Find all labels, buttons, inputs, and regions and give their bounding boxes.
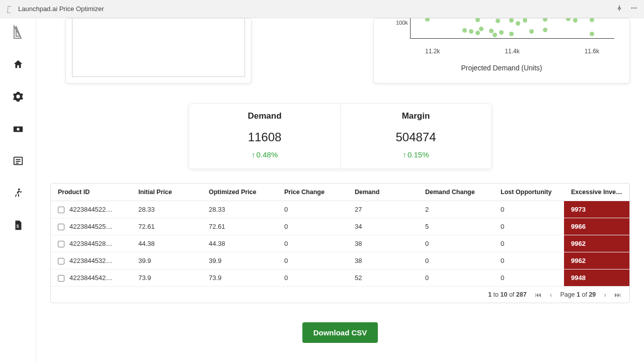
cell-exinv: 9973 [564,201,629,218]
cell-dchg: 0 [418,252,494,269]
x-tick: 11.2k [425,48,440,55]
cell-lost: 0 [494,269,564,287]
scatter-point [499,30,504,35]
sidebar-item-list[interactable] [8,151,28,171]
cell-dem: 38 [348,252,418,269]
scatter-point [573,18,578,23]
cell-dchg: 0 [418,235,494,252]
cell-pchg: 0 [277,218,348,235]
pager-last-icon[interactable]: ⏭ [614,291,621,299]
cell-exinv: 9966 [564,218,629,235]
cell-lost: 0 [494,201,564,218]
metric-demand: Demand 11608 ↑ 0.48% [189,104,340,168]
cell-pid: 4223844525… [69,223,112,230]
sidebar-item-settings[interactable] [8,86,28,107]
pager-first-icon[interactable]: ⏮ [535,291,542,299]
sidebar-item-run[interactable] [8,183,28,203]
sidebar-item-home[interactable] [8,54,28,74]
col-header[interactable]: Lost Opportunity [494,184,564,201]
scatter-point [475,18,480,22]
table-header: Product ID Initial Price Optimized Price… [51,184,629,201]
metric-title: Demand [201,111,328,121]
more-icon[interactable] [630,5,638,13]
scatter-point [462,28,467,33]
scatter-point [489,29,494,33]
cell-opt: 28.33 [202,201,277,218]
row-checkbox[interactable] [58,258,64,264]
scatter-point [566,18,571,21]
col-header[interactable]: Demand [348,184,418,201]
pager-prev-icon[interactable]: ‹ [550,291,552,299]
cell-lost: 0 [494,218,564,235]
cell-dem: 52 [348,269,418,287]
col-header[interactable]: Excessive Inven… [564,184,629,201]
col-header[interactable]: Initial Price [131,184,202,201]
svg-point-2 [635,8,636,9]
scatter-point [425,18,430,22]
row-checkbox[interactable] [58,275,64,282]
row-checkbox[interactable] [58,224,64,230]
col-header[interactable]: Optimized Price [202,184,277,201]
scatter-point [475,31,480,35]
titlebar: Launchpad.ai Price Optimizer [0,0,644,18]
cell-init: 72.61 [131,218,202,235]
sidebar-item-invoice[interactable]: $ [8,215,28,235]
cell-exinv: 9962 [564,235,629,252]
cell-opt: 72.61 [202,218,277,235]
scatter-point [529,29,534,34]
scatter-point [479,27,484,31]
pin-icon[interactable] [616,5,623,13]
cell-lost: 0 [494,252,564,269]
col-header[interactable]: Price Change [277,184,348,201]
brand-logo-icon [9,24,27,42]
col-header[interactable]: Demand Change [418,184,494,201]
scatter-point [493,33,497,37]
y-axis-label: Proj… [381,18,387,19]
download-csv-button[interactable]: Download CSV [302,322,378,343]
svg-point-4 [17,128,20,130]
cell-opt: 39.9 [202,252,277,269]
cell-dem: 34 [348,218,418,235]
main-content: Proj… 100k 11.2k 11.4k 11.6k Projected D… [36,18,644,362]
svg-point-1 [633,8,634,9]
cell-init: 39.9 [131,252,202,269]
cell-pchg: 0 [277,252,348,269]
x-tick: 11.6k [585,48,599,55]
table-row[interactable]: 4223844542…73.973.9052009948 [51,269,629,287]
data-table: Product ID Initial Price Optimized Price… [50,183,630,303]
x-axis-label: Projected Demand (Units) [384,64,619,72]
scatter-point [590,32,594,36]
scatter-plot-area [410,18,614,39]
scatter-point [496,19,500,23]
sidebar: $ [0,18,36,362]
table-row[interactable]: 4223844528…44.3844.38038009962 [51,235,629,252]
cell-dchg: 0 [418,269,494,287]
col-header[interactable]: Product ID [51,184,131,201]
metric-delta: ↑ 0.48% [252,150,278,159]
sidebar-item-billing[interactable] [8,119,28,139]
cell-pid: 4223844522… [69,206,112,213]
table-row[interactable]: 4223844525…72.6172.61034509966 [51,218,629,235]
cell-dchg: 2 [418,201,494,218]
cell-dchg: 5 [418,218,494,235]
arrow-up-icon: ↑ [252,150,256,159]
y-axis-tick: 100k [396,20,408,26]
cell-init: 44.38 [131,235,202,252]
cell-pchg: 0 [277,235,348,252]
svg-text:$: $ [16,224,19,229]
scatter-point [590,18,594,22]
cell-dem: 38 [348,235,418,252]
row-checkbox[interactable] [58,207,64,213]
scatter-point [509,32,514,36]
pager-next-icon[interactable]: › [604,291,606,299]
metric-value: 504874 [353,130,479,144]
row-checkbox[interactable] [58,241,64,247]
metric-margin: Margin 504874 ↑ 0.15% [340,104,491,168]
table-row[interactable]: 4223844532…39.939.9038009962 [51,252,629,269]
scatter-point [469,29,473,34]
cell-opt: 73.9 [202,269,277,287]
cell-init: 28.33 [131,201,202,218]
table-row[interactable]: 4223844522…28.3328.33027209973 [51,201,629,218]
cell-lost: 0 [494,235,564,252]
chart-card-left [65,18,252,83]
